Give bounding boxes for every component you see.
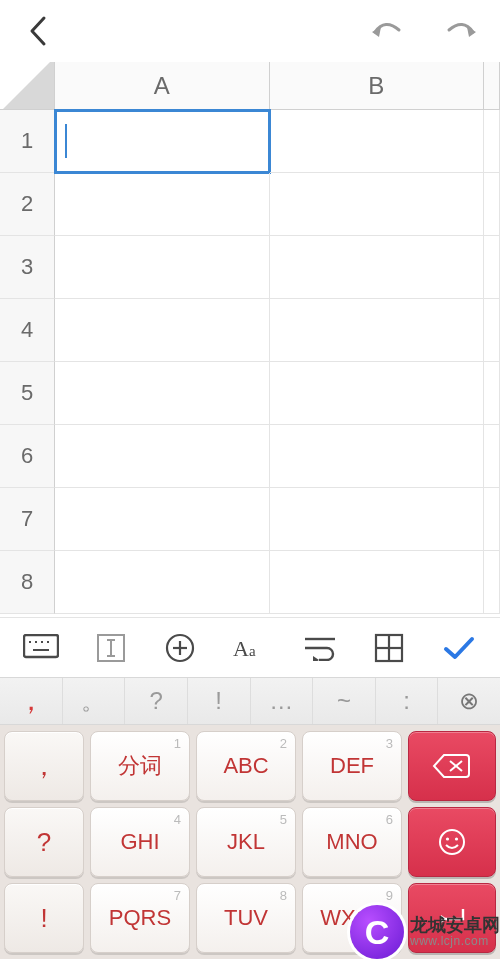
key-sup: 3 [386, 736, 393, 751]
enter-key[interactable] [408, 883, 496, 953]
key-label: GHI [120, 829, 159, 855]
punct-period-cn[interactable]: 。 [63, 678, 126, 724]
svg-text:A: A [233, 636, 249, 661]
key-sup: 7 [174, 888, 181, 903]
row-header-3[interactable]: 3 [0, 236, 55, 299]
row-header-1[interactable]: 1 [0, 110, 55, 173]
cell-a4[interactable] [55, 299, 270, 362]
cell-b3[interactable] [270, 236, 485, 299]
redo-button[interactable] [438, 7, 486, 55]
keyboard-toggle-button[interactable] [17, 624, 65, 672]
key-4-ghi[interactable]: 4GHI [90, 807, 190, 877]
key-sup: 1 [174, 736, 181, 751]
side-key-comma[interactable]: ， [4, 731, 84, 801]
row-header-2[interactable]: 2 [0, 173, 55, 236]
cell-stub [484, 110, 500, 173]
back-button[interactable] [14, 7, 62, 55]
svg-point-24 [440, 830, 464, 854]
key-label: 分词 [118, 751, 162, 781]
spreadsheet[interactable]: A B 1 2 3 4 5 [0, 62, 500, 614]
cell-b5[interactable] [270, 362, 485, 425]
cell-b6[interactable] [270, 425, 485, 488]
edit-toolbar: Aa [0, 617, 500, 677]
key-sup: 9 [386, 888, 393, 903]
borders-button[interactable] [365, 624, 413, 672]
key-label: PQRS [109, 905, 171, 931]
insert-button[interactable] [156, 624, 204, 672]
undo-button[interactable] [362, 7, 410, 55]
punct-tilde[interactable]: ~ [313, 678, 376, 724]
punct-comma-cn[interactable]: ， [0, 678, 63, 724]
key-label: MNO [326, 829, 377, 855]
cell-a8[interactable] [55, 551, 270, 614]
row-header-6[interactable]: 6 [0, 425, 55, 488]
cell-stub [484, 551, 500, 614]
row-header-8[interactable]: 8 [0, 551, 55, 614]
cell-b1[interactable] [270, 110, 485, 173]
cell-stub [484, 173, 500, 236]
key-1-fenci[interactable]: 1分词 [90, 731, 190, 801]
row-header-7[interactable]: 7 [0, 488, 55, 551]
svg-marker-27 [441, 915, 447, 923]
select-all-corner[interactable] [0, 62, 55, 110]
cell-a6[interactable] [55, 425, 270, 488]
text-cursor-mode-button[interactable] [87, 624, 135, 672]
cell-b2[interactable] [270, 173, 485, 236]
emoji-key[interactable] [408, 807, 496, 877]
key-label: ? [37, 827, 51, 858]
t9-keypad: ， 1分词 2ABC 3DEF ? 4GHI 5JKL 6MNO ! 7PQRS… [0, 725, 500, 959]
key-7-pqrs[interactable]: 7PQRS [90, 883, 190, 953]
row-header-4[interactable]: 4 [0, 299, 55, 362]
cell-stub [484, 362, 500, 425]
punct-exclaim[interactable]: ! [188, 678, 251, 724]
cell-a3[interactable] [55, 236, 270, 299]
backspace-key[interactable] [408, 731, 496, 801]
svg-text:a: a [249, 643, 256, 659]
close-keyboard-button[interactable]: ⊗ [438, 678, 500, 724]
cell-a1[interactable] [55, 110, 270, 173]
svg-point-25 [446, 837, 449, 840]
column-header-a[interactable]: A [55, 62, 270, 110]
cell-b7[interactable] [270, 488, 485, 551]
key-9-wxyz[interactable]: 9WXYZ [302, 883, 402, 953]
key-sup: 6 [386, 812, 393, 827]
wrap-text-button[interactable] [296, 624, 344, 672]
key-sup: 4 [174, 812, 181, 827]
enter-icon [435, 905, 469, 931]
punctuation-bar: ， 。 ? ! … ~ : ⊗ [0, 677, 500, 725]
cell-stub [484, 299, 500, 362]
punct-colon[interactable]: : [376, 678, 439, 724]
key-6-mno[interactable]: 6MNO [302, 807, 402, 877]
punct-ellipsis[interactable]: … [251, 678, 314, 724]
cell-a7[interactable] [55, 488, 270, 551]
cell-b4[interactable] [270, 299, 485, 362]
key-sup: 2 [280, 736, 287, 751]
key-sup: 8 [280, 888, 287, 903]
column-header-b[interactable]: B [270, 62, 485, 110]
confirm-button[interactable] [435, 624, 483, 672]
key-8-tuv[interactable]: 8TUV [196, 883, 296, 953]
side-key-question[interactable]: ? [4, 807, 84, 877]
punct-question[interactable]: ? [125, 678, 188, 724]
side-key-exclaim[interactable]: ! [4, 883, 84, 953]
smile-icon [436, 826, 468, 858]
font-format-button[interactable]: Aa [226, 624, 274, 672]
key-label: TUV [224, 905, 268, 931]
svg-marker-18 [313, 656, 319, 661]
key-label: DEF [330, 753, 374, 779]
key-label: ! [40, 903, 47, 934]
cell-a5[interactable] [55, 362, 270, 425]
column-header-stub [484, 62, 500, 110]
cell-b8[interactable] [270, 551, 485, 614]
cell-a2[interactable] [55, 173, 270, 236]
row-header-5[interactable]: 5 [0, 362, 55, 425]
text-cursor [65, 124, 67, 158]
cell-stub [484, 488, 500, 551]
key-2-abc[interactable]: 2ABC [196, 731, 296, 801]
key-3-def[interactable]: 3DEF [302, 731, 402, 801]
key-label: ABC [223, 753, 268, 779]
key-label: ， [31, 749, 57, 784]
key-label: WXYZ [320, 905, 384, 931]
key-5-jkl[interactable]: 5JKL [196, 807, 296, 877]
backspace-icon [432, 752, 472, 780]
